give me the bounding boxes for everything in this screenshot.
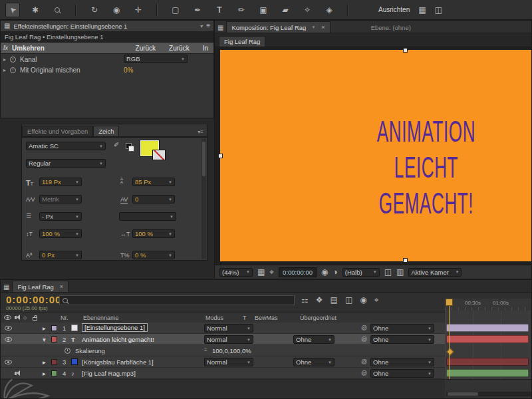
info-link[interactable]: In (203, 45, 208, 52)
white-swatch[interactable] (128, 146, 134, 152)
stroke-color-swatch[interactable] (152, 150, 166, 160)
current-timecode[interactable]: 0:00:00:00 (6, 294, 61, 305)
font-style-dropdown[interactable]: Regular▼ (26, 159, 106, 168)
parent-dropdown[interactable]: Ohne▼ (370, 369, 434, 378)
layer-bar[interactable] (446, 335, 529, 343)
expander-icon[interactable]: ▸ (3, 57, 6, 63)
eyedropper-icon[interactable]: ✐ (114, 142, 119, 148)
stopwatch-icon[interactable] (10, 67, 16, 73)
leading-dropdown[interactable]: 85 Px▼ (132, 178, 175, 186)
layer-name[interactable]: [Einstellungsebene 1] (82, 323, 148, 332)
eraser-tool-button[interactable]: ▰ (279, 3, 292, 17)
expander-icon[interactable]: ▸ (3, 67, 6, 73)
layer-name[interactable]: [Königsblau Farbfläche 1] (82, 358, 154, 366)
playhead-line[interactable] (449, 299, 450, 379)
shape-tool-button[interactable]: ▢ (169, 3, 182, 17)
parent-dropdown[interactable]: Ohne▼ (370, 335, 434, 344)
composition-canvas[interactable]: ANIMATION LEICHT GEMACHT! (220, 50, 531, 261)
clone-stamp-tool-button[interactable]: ▣ (257, 3, 270, 17)
scrollbar-thumb[interactable] (202, 142, 205, 176)
eye-icon[interactable] (5, 326, 12, 331)
blend-value[interactable]: 0% (124, 66, 133, 74)
blend-mode-dropdown[interactable]: Normal▼ (204, 358, 253, 366)
frame-blend-icon[interactable]: ◫ (345, 296, 352, 304)
draft-3d-icon[interactable]: ❖ (316, 296, 323, 304)
time-ruler[interactable]: 00:30s 01:00s (445, 299, 532, 311)
label-color-swatch[interactable] (51, 359, 57, 365)
pickwhip-icon[interactable]: @ (361, 358, 367, 365)
property-value[interactable]: 100,0,100,0% (212, 347, 251, 354)
snapshot-icon[interactable]: ◉ (321, 268, 328, 276)
snap-label[interactable]: Ausrichten (378, 6, 410, 13)
expander-icon[interactable]: ▸ (43, 358, 46, 366)
graph-editor-icon[interactable]: ⌖ (374, 296, 379, 304)
camera-view-dropdown[interactable]: Aktive Kamer▼ (408, 268, 462, 277)
chevron-down-icon[interactable]: ▾ (200, 23, 203, 29)
puppet-pin-tool-button[interactable]: ◈ (323, 3, 336, 17)
brush-tool-button[interactable]: ✏ (235, 3, 248, 17)
layer-handle-top[interactable] (403, 48, 408, 53)
motion-blur-icon[interactable]: ◉ (360, 296, 366, 304)
speaker-icon[interactable] (15, 372, 17, 375)
panel-menu-icon[interactable]: ≡ (206, 23, 210, 29)
zoom-tool-button[interactable] (51, 3, 64, 17)
horizontal-scrollbar[interactable] (446, 392, 531, 396)
layer-bar[interactable] (446, 324, 529, 332)
baseline-shift-dropdown[interactable]: 0 Px▼ (39, 251, 82, 259)
track-matte-dropdown[interactable]: Ohne▼ (293, 335, 334, 344)
column-mode[interactable]: Modus (205, 315, 223, 321)
pickwhip-icon[interactable]: @ (361, 336, 367, 342)
tab-composition[interactable]: Komposition: Fig Leaf Rag ▼ × (226, 21, 330, 33)
reset-link[interactable]: Zurück (136, 45, 156, 52)
expander-icon[interactable]: ▾ (43, 336, 46, 343)
table-row-layer-3[interactable]: ▸ 3 [Königsblau Farbfläche 1] Normal▼ Oh… (1, 356, 445, 368)
expander-icon[interactable]: ▸ (43, 325, 46, 332)
table-row-layer-2[interactable]: ▾ 2 T Animation leicht gemacht! Normal▼ … (1, 334, 445, 345)
column-t[interactable]: T (243, 315, 247, 321)
shy-layers-icon[interactable]: ▤ (331, 296, 338, 304)
scrollbar-thumb[interactable] (448, 392, 478, 396)
table-row-layer-1[interactable]: ▸ 1 [Einstellungsebene 1] Normal▼ @ Ohne… (1, 323, 445, 334)
vertical-scale-dropdown[interactable]: 100 %▼ (39, 229, 82, 238)
layer-name[interactable]: Animation leicht gemacht! (82, 336, 154, 343)
parent-dropdown[interactable]: Ohne▼ (370, 324, 434, 332)
snap-options-icon[interactable]: ▦ (418, 6, 426, 14)
region-of-interest-icon[interactable]: ◫ (384, 268, 392, 276)
tab-layer-viewer[interactable]: Ebene: (ohne) (366, 22, 416, 33)
panel-menu-icon[interactable]: ▾≡ (198, 129, 207, 136)
flowchart-icon[interactable]: ⚏ (301, 296, 309, 304)
expression-icon[interactable]: ≡ (204, 347, 207, 353)
pickwhip-icon[interactable]: @ (361, 325, 367, 331)
column-name[interactable]: Ebenenname (83, 315, 119, 321)
label-color-swatch[interactable] (51, 336, 57, 342)
effect-row[interactable]: fx Umkehren Zurück Zurück In (1, 43, 213, 54)
stroke-width-dropdown[interactable]: - Px▼ (39, 212, 82, 221)
blend-mode-dropdown[interactable]: Normal▼ (204, 335, 253, 344)
close-icon[interactable]: × (60, 283, 63, 290)
channel-dropdown[interactable]: RGB▼ (124, 55, 188, 63)
video-column-icon[interactable] (4, 315, 11, 320)
stroke-style-dropdown[interactable]: ▼ (119, 212, 176, 221)
close-icon[interactable]: × (321, 24, 325, 31)
resolution-dropdown[interactable]: (Halb)▼ (342, 268, 380, 277)
tab-character[interactable]: Zeich (93, 126, 119, 136)
label-color-swatch[interactable] (51, 370, 57, 376)
column-nr[interactable]: Nr. (61, 315, 68, 321)
tab-timeline[interactable]: Fig Leaf Rag × (12, 281, 68, 292)
tracking-dropdown[interactable]: 0▼ (132, 195, 175, 203)
column-trkmat[interactable]: BewMas (255, 315, 278, 321)
stopwatch-icon[interactable] (65, 348, 70, 354)
reset-link-2[interactable]: Zurück (169, 45, 190, 52)
expander-icon[interactable]: ▸ (43, 370, 46, 377)
playhead-handle[interactable] (446, 299, 453, 306)
rotate-tool-button[interactable]: ↻ (88, 3, 101, 17)
track-area[interactable] (445, 311, 532, 379)
solo-column-icon[interactable]: ○ (23, 315, 27, 321)
track-matte-dropdown[interactable]: Ohne▼ (293, 358, 334, 366)
pen-tool-button[interactable]: ✒ (191, 3, 204, 17)
layer-handle-bottom[interactable] (403, 258, 408, 263)
parent-dropdown[interactable]: Ohne▼ (370, 358, 434, 366)
pan-behind-tool-button[interactable]: ✛ (132, 3, 145, 17)
tsume-dropdown[interactable]: 0 %▼ (132, 251, 175, 259)
canvas-text[interactable]: ANIMATION LEICHT GEMACHT! (364, 114, 488, 221)
